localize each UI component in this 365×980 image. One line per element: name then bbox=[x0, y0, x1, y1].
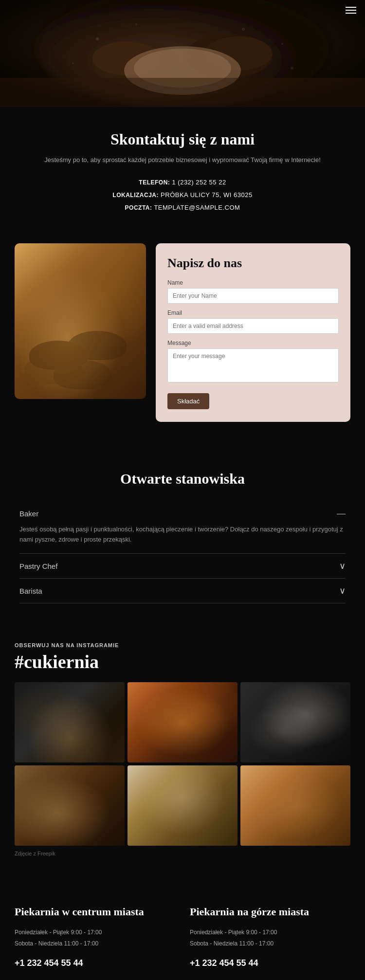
position-baker-title: Baker bbox=[19, 509, 38, 518]
position-pastry-chef-title: Pastry Chef bbox=[19, 562, 57, 570]
instagram-photo-4[interactable] bbox=[15, 765, 125, 846]
contact-phone: TELEFON: 1 (232) 252 55 22 bbox=[19, 176, 346, 189]
photo-credit: Zdjęcie z Freepik bbox=[15, 846, 350, 876]
location-downtown-title: Piekarnia w centrum miasta bbox=[15, 905, 175, 919]
hero-image bbox=[0, 0, 365, 107]
bread-image bbox=[15, 243, 146, 399]
positions-title: Otwarte stanowiska bbox=[19, 471, 346, 487]
collapse-icon: — bbox=[337, 508, 346, 519]
position-baker-header[interactable]: Baker — bbox=[19, 508, 346, 519]
instagram-photo-5[interactable] bbox=[128, 765, 237, 846]
menu-button[interactable] bbox=[346, 7, 356, 14]
instagram-photo-2[interactable] bbox=[128, 682, 237, 762]
message-field-group: Message bbox=[167, 340, 339, 384]
contact-subtitle: Jesteśmy po to, aby sprostać każdej potr… bbox=[19, 155, 346, 165]
email-input[interactable] bbox=[167, 318, 339, 334]
contact-form-card: Napisz do nas Name Email Message Składać bbox=[156, 243, 350, 422]
name-input[interactable] bbox=[167, 288, 339, 304]
location-downtown: Piekarnia w centrum miasta Poniedziałek … bbox=[15, 905, 175, 968]
position-pastry-chef: Pastry Chef ∨ bbox=[19, 554, 346, 579]
message-input[interactable] bbox=[167, 348, 339, 382]
position-barista: Barista ∨ bbox=[19, 579, 346, 603]
email-field-group: Email bbox=[167, 309, 339, 334]
contact-section: Skontaktuj się z nami Jesteśmy po to, ab… bbox=[0, 107, 365, 234]
position-pastry-chef-header[interactable]: Pastry Chef ∨ bbox=[19, 561, 346, 571]
instagram-hashtag: #cukiernia bbox=[15, 651, 350, 672]
expand-icon-barista: ∨ bbox=[339, 585, 346, 596]
contact-email: POCZTA: TEMPLATE@SAMPLE.COM bbox=[19, 201, 346, 214]
location-uptown: Piekarnia na górze miasta Poniedziałek -… bbox=[190, 905, 350, 968]
form-title: Napisz do nas bbox=[167, 256, 339, 271]
location-uptown-hours: Poniedziałek - Piątek 9:00 - 17:00 Sobot… bbox=[190, 927, 350, 949]
instagram-label: OBSERWUJ NAS NA INSTAGRAMIE bbox=[15, 642, 350, 648]
bread-image-inner bbox=[15, 243, 146, 399]
location-downtown-phone: +1 232 454 55 44 bbox=[15, 958, 175, 968]
email-label: Email bbox=[167, 309, 339, 316]
contact-form: Name Email Message Składać bbox=[167, 279, 339, 409]
instagram-photo-6[interactable] bbox=[240, 765, 350, 846]
expand-icon-pastry: ∨ bbox=[339, 561, 346, 571]
name-label: Name bbox=[167, 279, 339, 286]
name-field-group: Name bbox=[167, 279, 339, 304]
instagram-section: OBSERWUJ NAS NA INSTAGRAMIE #cukiernia Z… bbox=[0, 623, 365, 881]
contact-title: Skontaktuj się z nami bbox=[19, 130, 346, 148]
positions-section: Otwarte stanowiska Baker — Jesteś osobą … bbox=[0, 446, 365, 623]
instagram-photo-1[interactable] bbox=[15, 682, 125, 762]
position-baker-desc: Jesteś osobą pełną pasji i punktualności… bbox=[19, 519, 346, 547]
position-barista-title: Barista bbox=[19, 587, 42, 595]
instagram-grid bbox=[15, 682, 350, 846]
form-row: Napisz do nas Name Email Message Składać bbox=[0, 234, 365, 446]
position-baker: Baker — Jesteś osobą pełną pasji i punkt… bbox=[19, 502, 346, 554]
submit-button[interactable]: Składać bbox=[167, 393, 209, 409]
contact-info: TELEFON: 1 (232) 252 55 22 LOKALIZACJA: … bbox=[19, 176, 346, 214]
contact-location: LOKALIZACJA: PRÓBKA ULICY 75, WI 63025 bbox=[19, 189, 346, 201]
locations-section: Piekarnia w centrum miasta Poniedziałek … bbox=[0, 881, 365, 980]
svg-rect-15 bbox=[0, 78, 365, 107]
location-downtown-hours: Poniedziałek - Piątek 9:00 - 17:00 Sobot… bbox=[15, 927, 175, 949]
location-uptown-phone: +1 232 454 55 44 bbox=[190, 958, 350, 968]
location-uptown-title: Piekarnia na górze miasta bbox=[190, 905, 350, 919]
hero-section bbox=[0, 0, 365, 107]
message-label: Message bbox=[167, 340, 339, 346]
instagram-photo-3[interactable] bbox=[240, 682, 350, 762]
position-barista-header[interactable]: Barista ∨ bbox=[19, 585, 346, 596]
